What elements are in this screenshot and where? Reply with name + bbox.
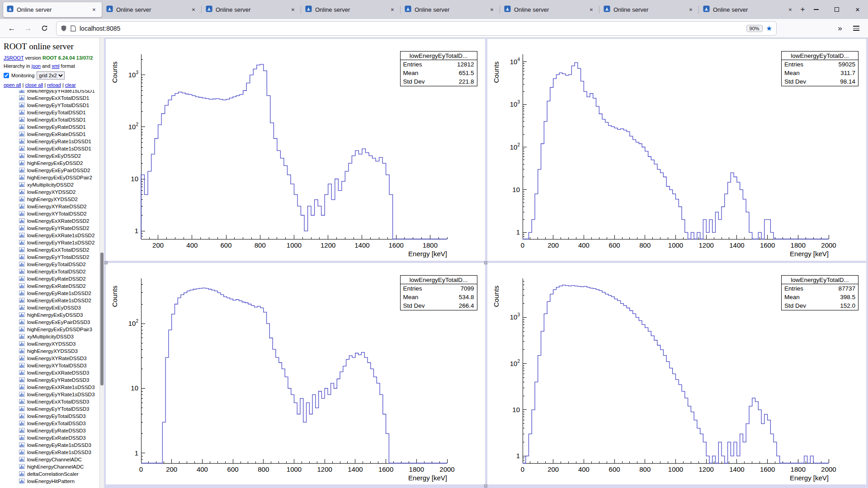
tree-item[interactable]: lowEnergyExRateDSSD3 bbox=[4, 434, 99, 441]
tree-item[interactable]: lowEnergyExEyPairDSSD2 bbox=[4, 167, 99, 174]
tree-item[interactable]: lowEnergyExRate1sDSSD3 bbox=[4, 449, 99, 456]
tree-item[interactable]: lowEnergyExTotalDSSD2 bbox=[4, 268, 99, 275]
zoom-level-badge[interactable]: 90% bbox=[746, 25, 763, 32]
new-tab-button[interactable]: + bbox=[800, 3, 806, 16]
tree-item[interactable]: lowEnergyExXRateDSSD3 bbox=[4, 369, 99, 376]
tree-item[interactable]: lowEnergyEyRate1sDSSD1 bbox=[4, 138, 99, 145]
url-text[interactable]: localhost:8085 bbox=[80, 25, 743, 32]
tree-item[interactable]: lowEnergyEyYRate1sDSSD2 bbox=[4, 239, 99, 246]
url-bar[interactable]: localhost:8085 90% ★ bbox=[56, 21, 777, 36]
histogram-pad-bottom-right[interactable]: 0200400600800100012001400160018002000110… bbox=[487, 263, 867, 485]
tab-online-server[interactable]: Online server✕ bbox=[500, 2, 599, 17]
tree-item[interactable]: lowEnergyExXTotalDSSD2 bbox=[4, 246, 99, 253]
close-window-button[interactable]: ✕ bbox=[847, 0, 868, 19]
tree-item[interactable]: lowEnergyEyYRateDSSD2 bbox=[4, 225, 99, 232]
tab-close-icon[interactable]: ✕ bbox=[289, 5, 297, 14]
tab-online-server[interactable]: Online server✕ bbox=[202, 2, 301, 17]
tree-item[interactable]: lowEnergyEyYRate1sDSSD1 bbox=[4, 90, 99, 94]
histogram-pad-bottom-left[interactable]: 0200400600800100012001400160018002000110… bbox=[106, 263, 485, 485]
tab-close-icon[interactable]: ✕ bbox=[687, 5, 695, 14]
forward-button[interactable]: → bbox=[21, 22, 35, 35]
tab-online-server[interactable]: Online server✕ bbox=[3, 2, 102, 17]
tree-item[interactable]: lowEnergyEyRate1sDSSD2 bbox=[4, 290, 99, 297]
tree-item[interactable]: lowEnergyExXTotalDSSD1 bbox=[4, 94, 99, 102]
tree-item[interactable]: lowEnergyExRateDSSD2 bbox=[4, 282, 99, 290]
tree-item[interactable]: lowEnergyExXRate1sDSSD2 bbox=[4, 232, 99, 239]
stats-box[interactable]: lowEnergyEyTotalD...Entries59025Mean311.… bbox=[781, 51, 859, 86]
tree-item[interactable]: lowEnergyExEyDSSD3 bbox=[4, 304, 99, 311]
tree-item[interactable]: lowEnergyXYDSSD3 bbox=[4, 340, 99, 347]
tree-item[interactable]: lowEnergyEyTotalDSSD3 bbox=[4, 413, 99, 420]
resize-handle[interactable] bbox=[484, 261, 487, 264]
resize-handle[interactable] bbox=[484, 484, 487, 488]
clear-link[interactable]: clear bbox=[65, 82, 76, 88]
tab-online-server[interactable]: Online server✕ bbox=[600, 2, 698, 17]
tree-item[interactable]: lowEnergyEyYTotalDSSD3 bbox=[4, 405, 99, 413]
resize-handle[interactable] bbox=[104, 261, 108, 264]
tree-item[interactable]: highEnergyExEyDSSD3 bbox=[4, 311, 99, 319]
tree-item[interactable]: highEnergyExEyDSSDPair2 bbox=[4, 174, 99, 181]
sidebar-scrollbar-track[interactable] bbox=[99, 38, 104, 488]
open-all-link[interactable]: open all bbox=[4, 82, 21, 88]
close-all-link[interactable]: close all bbox=[25, 82, 43, 88]
reload-link[interactable]: reload bbox=[47, 82, 61, 88]
tree-item[interactable]: lowEnergyEyYRateDSSD3 bbox=[4, 376, 99, 384]
tree-item[interactable]: lowEnergyChannelADC bbox=[4, 456, 99, 463]
tab-online-server[interactable]: Online server✕ bbox=[302, 2, 400, 17]
tree-item[interactable]: lowEnergyExRate1sDSSD2 bbox=[4, 297, 99, 304]
tree-item[interactable]: lowEnergyEyRateDSSD1 bbox=[4, 123, 99, 131]
tree-item[interactable]: highEnergyExEyDSSD2 bbox=[4, 160, 99, 167]
tab-close-icon[interactable]: ✕ bbox=[587, 5, 595, 14]
tree-item[interactable]: lowEnergyExTotalDSSD3 bbox=[4, 420, 99, 427]
tab-online-server[interactable]: Online server✕ bbox=[699, 2, 798, 17]
tree-item[interactable]: highEnergyXYDSSD3 bbox=[4, 347, 99, 355]
overflow-menu-button[interactable]: » bbox=[833, 22, 847, 35]
stats-box[interactable]: lowEnergyEyTotalD...Entries7099Mean534.8… bbox=[400, 275, 477, 310]
tree-item[interactable]: lowEnergyXYRateDSSD2 bbox=[4, 203, 99, 210]
tree-item[interactable]: lowEnergyExXRate1sDSSD3 bbox=[4, 384, 99, 391]
tab-online-server[interactable]: Online server✕ bbox=[103, 2, 201, 17]
tree-item[interactable]: lowEnergyExEyPairDSSD3 bbox=[4, 319, 99, 326]
stats-box[interactable]: lowEnergyEyTotalD...Entries87737Mean398.… bbox=[781, 275, 859, 310]
tree-item[interactable]: lowEnergyEyRateDSSD3 bbox=[4, 427, 99, 434]
tree-item[interactable]: highEnergyXYDSSD2 bbox=[4, 196, 99, 203]
tree-item[interactable]: lowEnergyXYTotalDSSD2 bbox=[4, 210, 99, 217]
bookmark-star-icon[interactable]: ★ bbox=[766, 24, 772, 33]
tree-item[interactable]: lowEnergyEyRate1sDSSD3 bbox=[4, 441, 99, 449]
tree-item[interactable]: lowEnergyExXRateDSSD2 bbox=[4, 217, 99, 225]
tree-item[interactable]: lowEnergyExRate1sDSSD1 bbox=[4, 145, 99, 152]
tree-item[interactable]: lowEnergyExEyDSSD2 bbox=[4, 152, 99, 160]
tree-item[interactable]: lowEnergyXYTotalDSSD3 bbox=[4, 362, 99, 369]
tree-item[interactable]: lowEnergyEyTotalDSSD2 bbox=[4, 261, 99, 268]
reload-button[interactable] bbox=[37, 22, 52, 35]
tree-item[interactable]: lowEnergyXYRateDSSD3 bbox=[4, 355, 99, 362]
maximize-button[interactable] bbox=[826, 0, 847, 19]
tab-close-icon[interactable]: ✕ bbox=[388, 5, 396, 14]
xml-link[interactable]: xml bbox=[52, 63, 59, 69]
tab-close-icon[interactable]: ✕ bbox=[786, 5, 794, 14]
tree-item[interactable]: lowEnergyEyYTotalDSSD1 bbox=[4, 102, 99, 109]
tree-item[interactable]: xyMultiplicityDSSD3 bbox=[4, 333, 99, 340]
tree-item[interactable]: lowEnergyEyYRate1sDSSD3 bbox=[4, 391, 99, 398]
tree-item[interactable]: lowEnergyHitPattern bbox=[4, 478, 99, 485]
histogram-pad-top-left[interactable]: 2004006008001000120014001600180011010210… bbox=[106, 39, 485, 261]
tree-item[interactable]: deltaCorrelationScaler bbox=[4, 470, 99, 478]
app-menu-button[interactable] bbox=[849, 22, 863, 35]
tree-item[interactable]: lowEnergyEyYTotalDSSD2 bbox=[4, 253, 99, 261]
stats-box[interactable]: lowEnergyEyTotalD...Entries12812Mean651.… bbox=[400, 51, 477, 86]
sidebar-scrollbar-thumb[interactable] bbox=[100, 253, 104, 385]
tree-item[interactable]: lowEnergyExXTotalDSSD3 bbox=[4, 398, 99, 405]
json-link[interactable]: json bbox=[32, 63, 41, 69]
tree-item[interactable]: highEnergyChannelADC bbox=[4, 463, 99, 470]
back-button[interactable]: ← bbox=[5, 22, 19, 35]
tree-item[interactable]: lowEnergyExTotalDSSD1 bbox=[4, 116, 99, 123]
monitoring-checkbox[interactable] bbox=[4, 73, 9, 78]
tab-close-icon[interactable]: ✕ bbox=[488, 5, 496, 14]
tree-item[interactable]: lowEnergyXYDSSD2 bbox=[4, 188, 99, 196]
tree-item[interactable]: xyMultiplicityDSSD2 bbox=[4, 181, 99, 188]
tab-close-icon[interactable]: ✕ bbox=[90, 5, 98, 14]
tab-close-icon[interactable]: ✕ bbox=[189, 5, 198, 14]
minimize-button[interactable] bbox=[806, 0, 826, 19]
tree-item[interactable]: highEnergyExEyDSSDPair3 bbox=[4, 326, 99, 333]
tree-item[interactable]: lowEnergyExRateDSSD1 bbox=[4, 131, 99, 138]
